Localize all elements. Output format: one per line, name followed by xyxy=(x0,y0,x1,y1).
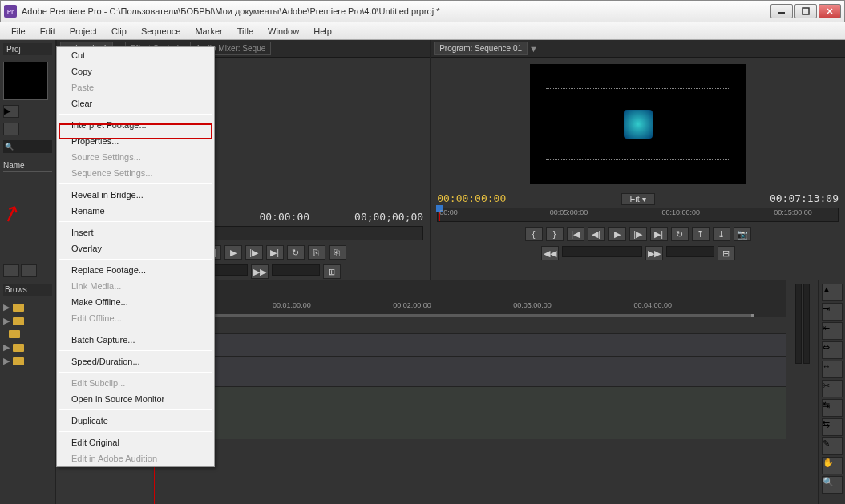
jog-wheel[interactable] xyxy=(272,264,320,276)
folder-item[interactable]: ▶ xyxy=(3,341,52,354)
menu-window[interactable]: Window xyxy=(261,25,305,38)
program-tc-left[interactable]: 00:00:00:00 xyxy=(437,192,506,204)
ctx-interpret-footage[interactable]: Interpret Footage... xyxy=(57,117,214,133)
program-tab[interactable]: Program: Sequence 01 xyxy=(434,42,528,55)
maximize-button[interactable] xyxy=(794,4,817,18)
program-viewport[interactable] xyxy=(530,64,746,184)
ruler-tick: 00:15:00:00 xyxy=(774,208,812,216)
razor-tool[interactable]: ✂ xyxy=(822,380,843,397)
prev-edit[interactable]: ◀◀ xyxy=(541,246,559,260)
jog-wheel[interactable] xyxy=(666,246,714,257)
slip-tool[interactable]: ↹ xyxy=(822,399,843,417)
lift-button[interactable]: ⤒ xyxy=(692,227,710,241)
ctx-speed-duration[interactable]: Speed/Duration... xyxy=(57,353,214,369)
ctx-open-source-monitor[interactable]: Open in Source Monitor xyxy=(57,391,214,407)
menu-edit[interactable]: Edit xyxy=(34,25,62,38)
jog-right[interactable]: ▶▶ xyxy=(251,264,269,279)
selection-tool[interactable]: ▲ xyxy=(822,284,843,301)
minimize-button[interactable] xyxy=(770,4,793,18)
folder-item[interactable]: ▶ xyxy=(3,314,52,328)
ctx-duplicate[interactable]: Duplicate xyxy=(57,413,214,429)
ctx-edit-original[interactable]: Edit Original xyxy=(57,434,214,450)
export-frame-button[interactable]: 📷 xyxy=(734,227,751,241)
step-fwd-button[interactable]: |▶ xyxy=(629,227,647,241)
search-input[interactable]: 🔍 xyxy=(3,140,52,153)
menu-clip[interactable]: Clip xyxy=(105,25,133,38)
ripple-tool[interactable]: ⇤ xyxy=(822,322,843,340)
ctx-properties[interactable]: Properties... xyxy=(57,133,214,149)
panel-button[interactable]: ▶ xyxy=(3,105,19,118)
trim-button[interactable]: ⊟ xyxy=(718,246,735,260)
pen-tool[interactable]: ✎ xyxy=(822,437,843,455)
ctx-rename[interactable]: Rename xyxy=(57,203,214,219)
step-fwd-button[interactable]: |▶ xyxy=(245,245,263,260)
ruler-tick: 00:00 xyxy=(439,208,458,216)
zoom-tool[interactable]: 🔍 xyxy=(822,476,843,494)
svg-rect-1 xyxy=(803,8,809,14)
ctx-batch-capture[interactable]: Batch Capture... xyxy=(57,332,214,348)
track-lane-audio1[interactable] xyxy=(152,386,786,417)
rolling-tool[interactable]: ⇔ xyxy=(822,341,843,359)
play-button[interactable]: ▶ xyxy=(224,245,242,260)
project-tab[interactable]: Proj xyxy=(3,43,52,55)
list-view-icon[interactable] xyxy=(3,264,19,277)
loop-button[interactable]: ↻ xyxy=(287,245,305,260)
ctx-reveal-bridge[interactable]: Reveal in Bridge... xyxy=(57,187,214,203)
folder-item[interactable]: ▶ xyxy=(3,300,52,314)
extract-button[interactable]: ⤓ xyxy=(713,227,730,241)
name-column-header[interactable]: Name xyxy=(3,159,52,172)
ruler-tick: 00:02:00:00 xyxy=(393,301,431,309)
rate-stretch-tool[interactable]: ↔ xyxy=(822,361,843,378)
hand-tool[interactable]: ✋ xyxy=(822,457,843,474)
track-lane-audio2[interactable] xyxy=(152,417,786,439)
menubar: File Edit Project Clip Sequence Marker T… xyxy=(0,22,845,40)
ctx-insert[interactable]: Insert xyxy=(57,224,214,240)
program-ruler[interactable]: 00:00 00:05:00:00 00:10:00:00 00:15:00:0… xyxy=(437,208,839,222)
goto-in-button[interactable]: |◀ xyxy=(567,227,584,241)
goto-out-button[interactable]: ▶| xyxy=(650,227,668,241)
folder-item[interactable]: ▶ xyxy=(3,354,52,368)
loop-button[interactable]: ↻ xyxy=(671,227,689,241)
work-area-bar[interactable] xyxy=(154,314,754,317)
ctx-cut[interactable]: Cut xyxy=(57,47,214,63)
slide-tool[interactable]: ⇆ xyxy=(822,418,843,436)
goto-out-button[interactable]: ▶| xyxy=(266,245,284,260)
browser-tab[interactable]: Brows xyxy=(3,284,52,296)
play-button[interactable]: ▶ xyxy=(608,227,626,241)
timeline-tracks[interactable]: 00:00 00:01:00:00 00:02:00:00 00:03:00:0… xyxy=(152,298,786,504)
zoom-select[interactable]: Fit ▾ xyxy=(621,193,655,205)
icon-view-icon[interactable] xyxy=(21,264,37,277)
shuttle-slider[interactable] xyxy=(562,246,642,257)
menu-file[interactable]: File xyxy=(5,25,32,38)
ctx-copy[interactable]: Copy xyxy=(57,63,214,79)
track-lane-video1[interactable] xyxy=(152,356,786,386)
next-edit[interactable]: ▶▶ xyxy=(645,246,663,260)
program-tc-right: 00:07:13:09 xyxy=(770,192,839,204)
bin-thumbnail[interactable] xyxy=(3,62,48,100)
menu-project[interactable]: Project xyxy=(63,25,103,38)
insert-button[interactable]: ⎘ xyxy=(308,245,325,260)
folder-icon xyxy=(13,317,24,325)
source-tc-left: 00:00:00 xyxy=(259,211,309,223)
menu-sequence[interactable]: Sequence xyxy=(135,25,188,38)
folder-item[interactable] xyxy=(3,328,52,341)
track-select-tool[interactable]: ⇥ xyxy=(822,303,843,321)
step-back-button[interactable]: ◀| xyxy=(588,227,605,241)
close-button[interactable] xyxy=(819,4,841,18)
overlay-button[interactable]: ⎗ xyxy=(329,245,346,260)
ctx-replace-footage[interactable]: Replace Footage... xyxy=(57,262,214,278)
mark-out-button[interactable]: } xyxy=(546,227,564,241)
folder-icon xyxy=(9,330,20,338)
ctx-clear[interactable]: Clear xyxy=(57,95,214,111)
menu-help[interactable]: Help xyxy=(307,25,338,38)
mark-in-button[interactable]: { xyxy=(525,227,543,241)
menu-marker[interactable]: Marker xyxy=(188,25,228,38)
ctx-overlay[interactable]: Overlay xyxy=(57,240,214,256)
panel-button-2[interactable] xyxy=(3,123,19,135)
extra-btn[interactable]: ⊞ xyxy=(323,264,341,279)
ctx-make-offline[interactable]: Make Offline... xyxy=(57,294,214,310)
menu-title[interactable]: Title xyxy=(231,25,260,38)
project-panel: Proj ▶ 🔍 Name xyxy=(0,40,56,280)
timeline-ruler[interactable]: 00:00 00:01:00:00 00:02:00:00 00:03:00:0… xyxy=(152,298,786,317)
track-lane-video2[interactable] xyxy=(152,333,786,356)
